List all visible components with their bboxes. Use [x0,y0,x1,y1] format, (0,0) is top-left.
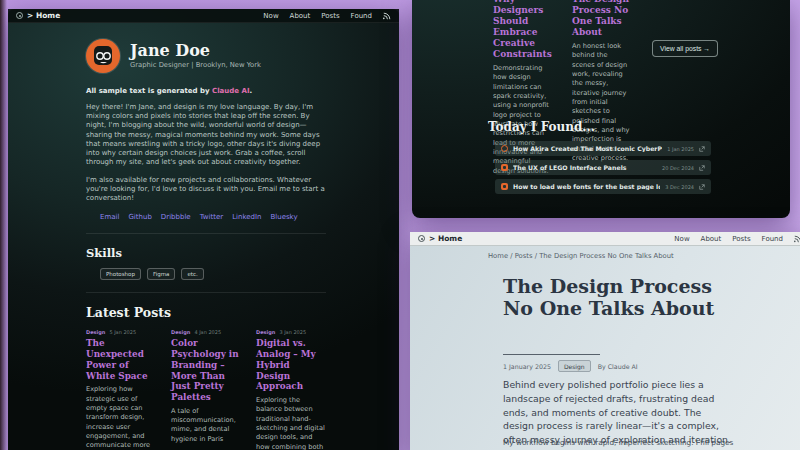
found-list: How Akira Created The Most Iconic CyberP… [495,141,711,194]
profile-header: Jane Doe Graphic Designer | Brooklyn, Ne… [86,39,326,73]
social-link-twitter[interactable]: Twitter [200,213,223,221]
nav-item-posts[interactable]: Posts [321,12,339,20]
window-light-article: > Home Now About Posts Found Home / Post… [410,232,800,450]
window-dark-home: > Home Now About Posts Found [8,9,399,450]
social-link-linkedin[interactable]: LinkedIn [232,213,261,221]
external-link-icon[interactable] [699,146,705,152]
profile-names: Jane Doe Graphic Designer | Brooklyn, Ne… [130,43,261,70]
post-title[interactable]: Color Psychology in Branding – More Than… [171,338,241,402]
skill-badge-photoshop: Photoshop [100,268,141,280]
post-meta: Design3 Jan 2025 [256,329,326,335]
post-card[interactable]: Design3 Jan 2025 Digital vs. Analog – My… [256,329,326,450]
skills-heading: Skills [86,246,326,260]
social-link-bluesky[interactable]: Bluesky [270,213,297,221]
nav-item-found[interactable]: Found [762,235,783,243]
post-title[interactable]: Why Designers Should Embrace Creative Co… [493,0,551,60]
post-title[interactable]: The Design Process No One Talks About [572,0,632,38]
breadcrumb: Home / Posts / The Design Process No One… [488,252,674,260]
post-tag[interactable]: Design [86,329,105,335]
title-rule [503,354,600,355]
home-breadcrumb[interactable]: > Home [418,234,462,243]
skills-badges: Photoshop Figma etc. [100,268,326,280]
nav-item-now[interactable]: Now [674,235,689,243]
post-card[interactable]: Design4 Jan 2025 Color Psychology in Bra… [171,329,241,450]
fonts-icon [501,183,508,190]
article-author: By Claude AI [598,363,638,370]
nav-item-about[interactable]: About [290,12,311,20]
post-card[interactable]: The Design Process No One Talks About An… [572,0,632,164]
external-link-icon[interactable] [699,184,705,190]
post-date: 3 Jan 2025 [279,329,306,335]
article-tag-badge[interactable]: Design [558,360,591,372]
nav-item-found[interactable]: Found [351,12,372,20]
rss-icon[interactable] [794,235,800,243]
post-card[interactable]: Design5 Jan 2025 The Unexpected Power of… [86,329,156,450]
lego-icon [501,164,508,171]
disclaimer-suffix: . [250,87,253,95]
target-icon [501,145,508,152]
desktop-background: > Home Now About Posts Found [0,0,800,450]
found-item[interactable]: How to load web fonts for the best page … [495,179,711,194]
breadcrumb-posts[interactable]: Posts [515,252,533,260]
site-logo-icon [418,235,425,242]
profile-name: Jane Doe [130,43,261,60]
found-item[interactable]: The UX of LEGO Interface Panels 20 Dec 2… [495,160,711,175]
social-link-dribbble[interactable]: Dribbble [161,213,191,221]
top-navbar: > Home Now About Posts Found [8,9,399,23]
today-i-found-heading: Today I Found... [488,120,595,134]
post-date: 5 Jan 2025 [109,329,136,335]
bio-paragraph-2: I'm also available for new projects and … [86,176,326,204]
article-title: The Design Process No One Talks About [503,276,728,319]
divider [86,233,326,234]
social-link-email[interactable]: Email [100,213,119,221]
post-title[interactable]: Digital vs. Analog – My Hybrid Design Ap… [256,338,326,392]
bio-paragraph-1: Hey there! I'm Jane, and design is my lo… [86,103,326,168]
window-dark-scrolled: Why Designers Should Embrace Creative Co… [412,0,790,218]
social-link-github[interactable]: Github [128,213,151,221]
breadcrumb-current: The Design Process No One Talks About [539,252,674,260]
external-link-icon[interactable] [699,165,705,171]
post-tag[interactable]: Design [256,329,275,335]
site-logo-icon [16,12,23,19]
found-date: 3 Dec 2024 [665,184,694,190]
avatar [86,39,120,73]
avatar-face-icon [90,43,116,69]
post-tag[interactable]: Design [171,329,190,335]
article-body-paragraph: My workflow begins with rapid, imperfect… [503,438,735,450]
nav-links: Now About Posts Found [674,235,800,243]
post-excerpt: Exploring the balance between traditiona… [256,396,326,450]
post-title[interactable]: The Unexpected Power of White Space [86,338,156,381]
nav-links: Now About Posts Found [263,12,391,20]
nav-item-posts[interactable]: Posts [732,235,750,243]
disclaimer-prefix: All sample text is generated by [86,87,212,95]
profile-tagline: Graphic Designer | Brooklyn, New York [130,61,261,69]
found-date: 1 Jan 2025 [667,146,694,152]
found-date: 20 Dec 2024 [662,165,694,171]
article-meta: 1 January 2025 Design By Claude AI [503,360,638,372]
latest-posts-grid: Design5 Jan 2025 The Unexpected Power of… [86,329,326,450]
latest-posts-heading: Latest Posts [86,305,326,320]
found-title[interactable]: How to load web fonts for the best page … [513,183,660,190]
post-excerpt: A tale of miscommunication, mime, and de… [171,407,241,444]
home-content: Jane Doe Graphic Designer | Brooklyn, Ne… [86,23,326,450]
found-title[interactable]: The UX of LEGO Interface Panels [513,164,657,171]
nav-item-now[interactable]: Now [263,12,278,20]
skill-badge-figma: Figma [147,268,176,280]
breadcrumb-home[interactable]: Home [488,252,508,260]
nav-item-about[interactable]: About [701,235,722,243]
found-item[interactable]: How Akira Created The Most Iconic CyberP… [495,141,711,156]
found-title[interactable]: How Akira Created The Most Iconic CyberP… [513,145,662,152]
rss-icon[interactable] [383,12,391,20]
sample-text-disclaimer: All sample text is generated by Claude A… [86,87,326,95]
article-date: 1 January 2025 [503,363,551,370]
claude-ai-link[interactable]: Claude AI [212,87,249,95]
view-all-posts-button[interactable]: View all posts → [652,40,718,57]
breadcrumb-separator: / [535,252,537,260]
home-breadcrumb[interactable]: > Home [16,11,60,20]
social-links: Email Github Dribbble Twitter LinkedIn B… [100,213,326,221]
top-navbar: > Home Now About Posts Found [410,232,800,246]
post-excerpt: Exploring how strategic use of empty spa… [86,385,156,450]
divider [86,292,326,293]
skill-badge-etc: etc. [181,268,203,280]
post-meta: Design4 Jan 2025 [171,329,241,335]
